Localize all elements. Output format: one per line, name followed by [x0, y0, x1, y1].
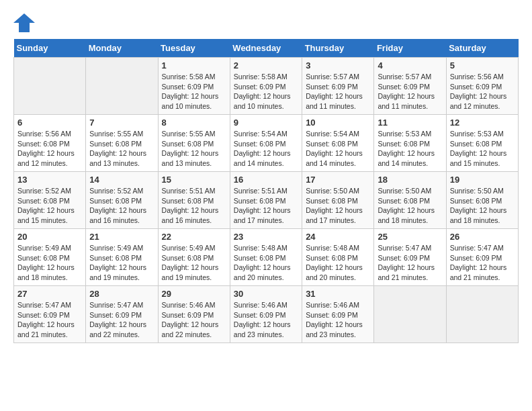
day-cell — [86, 58, 158, 115]
day-info: Sunrise: 5:58 AM Sunset: 6:09 PM Dayligh… — [162, 72, 226, 111]
day-cell: 24Sunrise: 5:48 AM Sunset: 6:08 PM Dayli… — [302, 229, 374, 286]
week-row-5: 27Sunrise: 5:47 AM Sunset: 6:09 PM Dayli… — [14, 286, 519, 343]
day-info: Sunrise: 5:52 AM Sunset: 6:08 PM Dayligh… — [17, 186, 82, 226]
day-cell: 8Sunrise: 5:55 AM Sunset: 6:08 PM Daylig… — [158, 115, 230, 172]
day-info: Sunrise: 5:50 AM Sunset: 6:08 PM Dayligh… — [306, 186, 370, 226]
day-number: 25 — [378, 232, 442, 242]
day-cell: 23Sunrise: 5:48 AM Sunset: 6:08 PM Dayli… — [230, 229, 302, 286]
day-number: 1 — [162, 60, 226, 71]
day-cell: 7Sunrise: 5:55 AM Sunset: 6:08 PM Daylig… — [86, 115, 158, 172]
day-cell: 3Sunrise: 5:57 AM Sunset: 6:09 PM Daylig… — [302, 58, 374, 115]
day-info: Sunrise: 5:54 AM Sunset: 6:08 PM Dayligh… — [234, 129, 298, 169]
day-info: Sunrise: 5:56 AM Sunset: 6:08 PM Dayligh… — [17, 129, 82, 169]
day-info: Sunrise: 5:47 AM Sunset: 6:09 PM Dayligh… — [17, 300, 82, 340]
svg-marker-0 — [13, 13, 35, 32]
day-info: Sunrise: 5:58 AM Sunset: 6:09 PM Dayligh… — [234, 72, 298, 111]
day-cell: 10Sunrise: 5:54 AM Sunset: 6:08 PM Dayli… — [302, 115, 374, 172]
day-cell: 26Sunrise: 5:47 AM Sunset: 6:09 PM Dayli… — [446, 229, 518, 286]
day-number: 24 — [306, 232, 370, 242]
day-number: 27 — [17, 289, 82, 299]
day-info: Sunrise: 5:51 AM Sunset: 6:08 PM Dayligh… — [234, 186, 298, 226]
weekday-header-sunday: Sunday — [14, 39, 86, 58]
day-info: Sunrise: 5:47 AM Sunset: 6:09 PM Dayligh… — [89, 300, 154, 340]
day-cell: 5Sunrise: 5:56 AM Sunset: 6:09 PM Daylig… — [446, 58, 518, 115]
day-cell — [446, 286, 518, 343]
day-info: Sunrise: 5:46 AM Sunset: 6:09 PM Dayligh… — [162, 300, 226, 340]
day-cell: 13Sunrise: 5:52 AM Sunset: 6:08 PM Dayli… — [14, 172, 86, 229]
day-cell: 17Sunrise: 5:50 AM Sunset: 6:08 PM Dayli… — [302, 172, 374, 229]
day-cell: 20Sunrise: 5:49 AM Sunset: 6:08 PM Dayli… — [14, 229, 86, 286]
day-number: 29 — [162, 289, 226, 299]
day-number: 3 — [306, 60, 370, 71]
day-number: 10 — [306, 118, 370, 128]
weekday-header-tuesday: Tuesday — [158, 39, 230, 58]
week-row-4: 20Sunrise: 5:49 AM Sunset: 6:08 PM Dayli… — [14, 229, 519, 286]
weekday-header-thursday: Thursday — [302, 39, 374, 58]
day-cell: 19Sunrise: 5:50 AM Sunset: 6:08 PM Dayli… — [446, 172, 518, 229]
logo-icon — [13, 13, 35, 32]
day-cell: 18Sunrise: 5:50 AM Sunset: 6:08 PM Dayli… — [374, 172, 446, 229]
day-number: 5 — [450, 60, 515, 71]
day-number: 8 — [162, 118, 226, 128]
day-info: Sunrise: 5:49 AM Sunset: 6:08 PM Dayligh… — [89, 243, 154, 283]
day-number: 13 — [17, 175, 82, 185]
day-info: Sunrise: 5:54 AM Sunset: 6:08 PM Dayligh… — [306, 129, 370, 169]
day-info: Sunrise: 5:47 AM Sunset: 6:09 PM Dayligh… — [450, 243, 515, 283]
week-row-3: 13Sunrise: 5:52 AM Sunset: 6:08 PM Dayli… — [14, 172, 519, 229]
day-number: 17 — [306, 175, 370, 185]
day-info: Sunrise: 5:55 AM Sunset: 6:08 PM Dayligh… — [162, 129, 226, 169]
calendar-table: SundayMondayTuesdayWednesdayThursdayFrid… — [13, 39, 519, 343]
day-cell: 28Sunrise: 5:47 AM Sunset: 6:09 PM Dayli… — [86, 286, 158, 343]
day-info: Sunrise: 5:53 AM Sunset: 6:08 PM Dayligh… — [450, 129, 515, 169]
day-info: Sunrise: 5:57 AM Sunset: 6:09 PM Dayligh… — [378, 72, 442, 111]
day-info: Sunrise: 5:49 AM Sunset: 6:08 PM Dayligh… — [17, 243, 82, 283]
logo — [13, 13, 38, 32]
day-number: 14 — [89, 175, 154, 185]
day-number: 6 — [17, 118, 82, 128]
day-info: Sunrise: 5:49 AM Sunset: 6:08 PM Dayligh… — [162, 243, 226, 283]
week-row-1: 1Sunrise: 5:58 AM Sunset: 6:09 PM Daylig… — [14, 58, 519, 115]
day-number: 18 — [378, 175, 442, 185]
day-number: 26 — [450, 232, 515, 242]
weekday-header-saturday: Saturday — [446, 39, 518, 58]
day-cell: 21Sunrise: 5:49 AM Sunset: 6:08 PM Dayli… — [86, 229, 158, 286]
day-number: 20 — [17, 232, 82, 242]
day-info: Sunrise: 5:52 AM Sunset: 6:08 PM Dayligh… — [89, 186, 154, 226]
day-cell — [374, 286, 446, 343]
day-info: Sunrise: 5:55 AM Sunset: 6:08 PM Dayligh… — [89, 129, 154, 169]
day-info: Sunrise: 5:53 AM Sunset: 6:08 PM Dayligh… — [378, 129, 442, 169]
weekday-header-wednesday: Wednesday — [230, 39, 302, 58]
day-info: Sunrise: 5:56 AM Sunset: 6:09 PM Dayligh… — [450, 72, 515, 111]
day-number: 23 — [234, 232, 298, 242]
day-number: 31 — [306, 289, 370, 299]
day-number: 19 — [450, 175, 515, 185]
day-number: 7 — [89, 118, 154, 128]
day-number: 11 — [378, 118, 442, 128]
day-number: 16 — [234, 175, 298, 185]
day-cell: 22Sunrise: 5:49 AM Sunset: 6:08 PM Dayli… — [158, 229, 230, 286]
day-number: 30 — [234, 289, 298, 299]
weekday-header-monday: Monday — [86, 39, 158, 58]
day-cell: 16Sunrise: 5:51 AM Sunset: 6:08 PM Dayli… — [230, 172, 302, 229]
weekday-header-friday: Friday — [374, 39, 446, 58]
day-number: 9 — [234, 118, 298, 128]
day-info: Sunrise: 5:46 AM Sunset: 6:09 PM Dayligh… — [234, 300, 298, 340]
day-number: 15 — [162, 175, 226, 185]
week-row-2: 6Sunrise: 5:56 AM Sunset: 6:08 PM Daylig… — [14, 115, 519, 172]
day-cell: 25Sunrise: 5:47 AM Sunset: 6:09 PM Dayli… — [374, 229, 446, 286]
day-cell — [14, 58, 86, 115]
day-cell: 4Sunrise: 5:57 AM Sunset: 6:09 PM Daylig… — [374, 58, 446, 115]
day-info: Sunrise: 5:57 AM Sunset: 6:09 PM Dayligh… — [306, 72, 370, 111]
day-info: Sunrise: 5:50 AM Sunset: 6:08 PM Dayligh… — [378, 186, 442, 226]
day-info: Sunrise: 5:48 AM Sunset: 6:08 PM Dayligh… — [306, 243, 370, 283]
day-number: 22 — [162, 232, 226, 242]
day-number: 28 — [89, 289, 154, 299]
day-cell: 1Sunrise: 5:58 AM Sunset: 6:09 PM Daylig… — [158, 58, 230, 115]
day-info: Sunrise: 5:47 AM Sunset: 6:09 PM Dayligh… — [378, 243, 442, 283]
day-cell: 31Sunrise: 5:46 AM Sunset: 6:09 PM Dayli… — [302, 286, 374, 343]
day-number: 21 — [89, 232, 154, 242]
day-cell: 15Sunrise: 5:51 AM Sunset: 6:08 PM Dayli… — [158, 172, 230, 229]
day-cell: 27Sunrise: 5:47 AM Sunset: 6:09 PM Dayli… — [14, 286, 86, 343]
weekday-header-row: SundayMondayTuesdayWednesdayThursdayFrid… — [14, 39, 519, 58]
page-header — [13, 13, 519, 32]
